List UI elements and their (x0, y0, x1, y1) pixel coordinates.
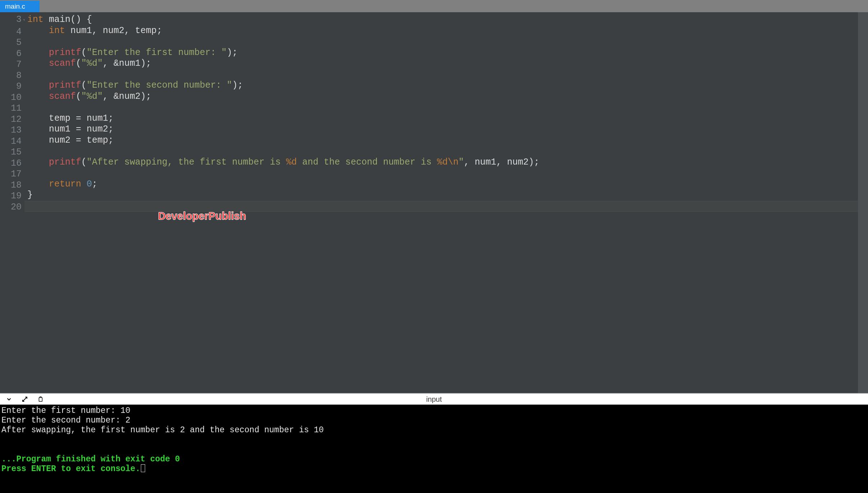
tab-bar: main.c (0, 0, 868, 12)
line-number: 9 (7, 81, 22, 92)
code-line[interactable] (27, 146, 858, 157)
line-number: 20 (7, 202, 22, 213)
line-number: 6 (7, 49, 22, 60)
code-line[interactable]: printf("Enter the first number: "); (27, 47, 858, 59)
code-line[interactable] (27, 168, 858, 179)
editor: 3▾4567891011121314151617181920 int main(… (0, 12, 868, 393)
collapse-icon[interactable] (5, 395, 13, 403)
line-number: 11 (7, 103, 22, 114)
console-line: Enter the first number: 10 (1, 406, 867, 416)
line-number: 4 (7, 27, 22, 38)
editor-pane[interactable]: 3▾4567891011121314151617181920 int main(… (0, 12, 858, 393)
code-area[interactable]: int main() { int num1, num2, temp; print… (24, 12, 858, 393)
line-number: 12 (7, 114, 22, 125)
line-number: 8 (7, 70, 22, 82)
line-number: 7 (7, 59, 22, 70)
line-number: 13 (7, 125, 22, 136)
code-line[interactable]: scanf("%d", &num2); (27, 91, 858, 102)
gutter: 3▾4567891011121314151617181920 (0, 12, 24, 393)
console-cursor (141, 464, 145, 472)
console-line (1, 445, 867, 455)
code-line[interactable]: temp = num1; (27, 113, 858, 124)
minimap-strip (858, 12, 868, 393)
line-number: 17 (7, 169, 22, 180)
tab-main-c[interactable]: main.c (0, 1, 40, 12)
active-line-highlight (24, 201, 858, 212)
svg-rect-0 (39, 398, 42, 402)
tab-label: main.c (5, 3, 25, 10)
console-line: After swapping, the first number is 2 an… (1, 425, 867, 435)
code-line[interactable] (27, 69, 858, 80)
expand-icon[interactable] (21, 395, 29, 403)
line-number: 19 (7, 191, 22, 202)
console-input-label: input (426, 395, 442, 404)
line-number: 14 (7, 136, 22, 147)
console-line (1, 435, 867, 445)
console-status-line: ...Program finished with exit code 0 (1, 455, 867, 464)
code-line[interactable]: scanf("%d", &num1); (27, 58, 858, 69)
code-line[interactable]: int main() { (27, 14, 858, 26)
code-line[interactable]: num2 = temp; (27, 135, 858, 146)
line-number: 18 (7, 180, 22, 191)
code-line[interactable]: printf("After swapping, the first number… (27, 157, 858, 168)
line-number: 15 (7, 147, 22, 158)
code-line[interactable] (27, 36, 858, 47)
console-status-line: Press ENTER to exit console. (1, 464, 867, 474)
console-output[interactable]: Enter the first number: 10Enter the seco… (0, 405, 868, 493)
copy-icon[interactable] (37, 395, 45, 403)
code-line[interactable]: int num1, num2, temp; (27, 26, 858, 37)
code-line[interactable]: return 0; (27, 179, 858, 190)
console-line: Enter the second number: 2 (1, 416, 867, 425)
console-toolbar: input (0, 393, 868, 405)
line-number: 10 (7, 92, 22, 103)
line-number: 16 (7, 158, 22, 169)
line-number: 5 (7, 37, 22, 49)
code-line[interactable]: printf("Enter the second number: "); (27, 80, 858, 91)
code-line[interactable]: num1 = num2; (27, 124, 858, 135)
code-line[interactable]: } (27, 190, 858, 201)
code-line[interactable] (27, 102, 858, 113)
line-number: 3▾ (7, 14, 22, 27)
